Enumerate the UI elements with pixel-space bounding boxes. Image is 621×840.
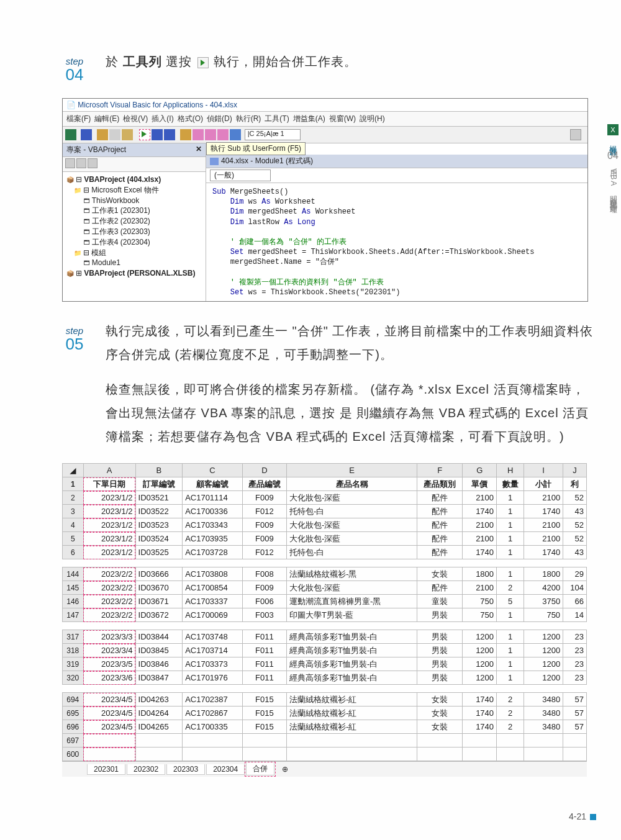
cell[interactable]: 1740 [463, 720, 497, 734]
cell[interactable]: 運動潮流直筒棉褲男童-黑 [287, 595, 417, 608]
cell[interactable]: ID03666 [135, 567, 183, 581]
tree-personal[interactable]: ⊞ VBAProject (PERSONAL.XLSB) [66, 268, 202, 279]
row-header[interactable]: 600 [63, 747, 84, 761]
cell[interactable]: 23 [563, 657, 587, 671]
cell[interactable] [83, 747, 135, 761]
cell[interactable]: ID03670 [135, 581, 183, 595]
column-header[interactable]: J [563, 464, 587, 477]
cell[interactable] [524, 747, 563, 761]
cell[interactable]: 男裝 [417, 671, 463, 685]
cell[interactable]: 29 [563, 567, 587, 581]
cell[interactable]: F009 [242, 518, 286, 532]
tree-sheet-item[interactable]: 工作表1 (202301) [66, 205, 219, 216]
cell[interactable]: 男裝 [417, 644, 463, 657]
cell[interactable]: F015 [242, 693, 286, 707]
cell[interactable]: 1 [497, 567, 524, 581]
cell[interactable]: 女裝 [417, 693, 463, 707]
column-header[interactable]: D [242, 464, 286, 477]
cell[interactable] [135, 747, 183, 761]
cell[interactable]: 1740 [463, 546, 497, 559]
cell[interactable]: 印圖大學T男裝-藍 [287, 608, 417, 622]
cell[interactable] [135, 734, 183, 747]
excel-button-icon[interactable] [65, 129, 76, 140]
cell[interactable]: 2100 [463, 491, 497, 505]
cell[interactable] [242, 747, 286, 761]
row-header[interactable]: 5 [63, 532, 84, 546]
row-header[interactable]: 320 [63, 671, 84, 685]
cell[interactable] [183, 747, 243, 761]
cell[interactable]: ID04264 [135, 707, 183, 720]
cell[interactable]: F012 [242, 505, 286, 518]
cell[interactable]: AC1703337 [183, 595, 243, 608]
menu-item[interactable]: 增益集(A) [293, 114, 325, 123]
cell[interactable]: 2023/4/5 [83, 707, 135, 720]
cell[interactable]: 1 [497, 491, 524, 505]
menu-item[interactable]: 檔案(F) [66, 114, 91, 123]
cell[interactable] [524, 734, 563, 747]
cell[interactable]: 女裝 [417, 720, 463, 734]
cell[interactable]: 1 [497, 546, 524, 559]
cell[interactable]: 1 [497, 505, 524, 518]
cell[interactable]: ID03846 [135, 657, 183, 671]
cell[interactable]: 43 [563, 505, 587, 518]
cell[interactable]: 配件 [417, 518, 463, 532]
cell[interactable]: AC1703748 [183, 630, 243, 644]
cell[interactable]: 1200 [463, 657, 497, 671]
cell[interactable]: 2 [497, 707, 524, 720]
vba-menu-bar[interactable]: 檔案(F)編輯(E)檢視(V)插入(I)格式(O)偵錯(D)執行(R)工具(T)… [63, 112, 587, 127]
cell[interactable]: ID03523 [135, 518, 183, 532]
cell[interactable]: 配件 [417, 546, 463, 559]
cell[interactable]: 1 [497, 644, 524, 657]
cell[interactable]: 配件 [417, 532, 463, 546]
pause-icon[interactable] [152, 129, 163, 140]
cell[interactable]: 750 [463, 595, 497, 608]
paste-icon[interactable] [122, 129, 133, 140]
cell[interactable]: 5 [497, 595, 524, 608]
design-mode-icon[interactable] [180, 129, 191, 140]
cell[interactable]: 23 [563, 671, 587, 685]
cell[interactable]: 2023/1/2 [83, 518, 135, 532]
tree-sheet-item[interactable]: 工作表4 (202304) [66, 237, 219, 248]
cell[interactable]: F015 [242, 707, 286, 720]
cell[interactable]: F008 [242, 567, 286, 581]
cell[interactable]: 14 [563, 608, 587, 622]
cell[interactable]: 2023/4/5 [83, 720, 135, 734]
cell[interactable]: 57 [563, 707, 587, 720]
cell[interactable]: 產品類別 [417, 477, 463, 491]
row-header[interactable]: 319 [63, 657, 84, 671]
cell[interactable]: 52 [563, 532, 587, 546]
cell[interactable]: 2100 [463, 532, 497, 546]
cell[interactable]: 1 [497, 657, 524, 671]
help-icon[interactable] [230, 129, 241, 140]
menu-item[interactable]: 說明(H) [360, 114, 385, 123]
cell[interactable]: 大化妝包-深藍 [287, 518, 417, 532]
row-header[interactable]: 697 [63, 734, 84, 747]
cell[interactable]: F011 [242, 644, 286, 657]
tree-module1[interactable]: Module1 [66, 258, 219, 268]
cell[interactable] [417, 734, 463, 747]
cell[interactable]: F006 [242, 595, 286, 608]
cell[interactable] [497, 734, 524, 747]
tree-sheet-item[interactable]: 工作表2 (202302) [66, 216, 219, 227]
save-icon[interactable] [81, 129, 92, 140]
cell[interactable] [287, 747, 417, 761]
row-header[interactable]: 2 [63, 491, 84, 505]
cell[interactable] [183, 734, 243, 747]
cell[interactable]: 66 [563, 595, 587, 608]
cell[interactable]: 男裝 [417, 630, 463, 644]
cell[interactable] [463, 734, 497, 747]
cell[interactable]: 2 [497, 693, 524, 707]
cell[interactable]: 利 [563, 477, 587, 491]
cell[interactable] [497, 747, 524, 761]
cell[interactable]: 經典高領多彩T恤男裝-白 [287, 657, 417, 671]
sheet-tab[interactable]: 合併 [246, 763, 274, 775]
cell[interactable] [563, 747, 587, 761]
cell[interactable]: F015 [242, 720, 286, 734]
cell[interactable]: F012 [242, 546, 286, 559]
row-header[interactable]: 145 [63, 581, 84, 595]
cell[interactable]: 1740 [463, 505, 497, 518]
cell[interactable]: ID03845 [135, 644, 183, 657]
menu-item[interactable]: 插入(I) [152, 114, 173, 123]
tree-sheet-item[interactable]: ThisWorkbook [66, 196, 219, 206]
vba-toolbar[interactable]: |C 25¡A|æ 1 [63, 127, 587, 143]
